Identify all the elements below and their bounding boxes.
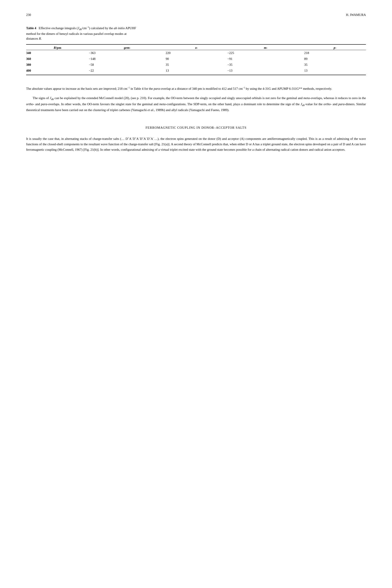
et-al-italic-p2: et al., bbox=[148, 108, 155, 112]
meta-italic2-p2: meta bbox=[159, 102, 166, 106]
col-r-header: R/pm bbox=[26, 45, 89, 50]
ortho-italic-p2: ortho bbox=[26, 102, 33, 106]
table-caption: Table 4 Effective exchange integrals (Ja… bbox=[26, 26, 366, 41]
sup-minus-2: − bbox=[139, 137, 140, 139]
cell-m-380: −35 bbox=[227, 62, 304, 68]
cell-m-340: −225 bbox=[227, 50, 304, 56]
para-italic2-p2: para bbox=[338, 102, 344, 106]
cell-o-340: 220 bbox=[166, 50, 227, 56]
main-text: The absolute values appear to increase a… bbox=[26, 86, 366, 152]
table-row: 400 −22 13 −13 13 bbox=[26, 68, 366, 74]
data-table: R/pm gem- o- m- p- 340 −363 220 −225 218… bbox=[26, 44, 366, 75]
cell-m-400: −13 bbox=[227, 68, 304, 74]
sup-minus-4: − bbox=[153, 137, 154, 139]
sup-plus-1: + bbox=[128, 137, 129, 139]
sup-plus-2: + bbox=[135, 137, 136, 139]
col-o-header: o- bbox=[166, 45, 227, 50]
col-p-header: p- bbox=[304, 45, 366, 50]
cell-o-400: 13 bbox=[166, 68, 227, 74]
table-caption-sub: ab bbox=[79, 28, 82, 31]
table-caption-sup: −1 bbox=[87, 26, 89, 28]
distance-r: R. bbox=[39, 37, 42, 40]
table-label: Table 4 bbox=[26, 26, 36, 30]
table-top-border: R/pm gem- o- m- p- bbox=[26, 45, 366, 50]
cell-r-340: 340 bbox=[26, 50, 89, 56]
sub-ab2-p2: ab bbox=[302, 104, 305, 107]
cell-gem-340: −363 bbox=[89, 50, 166, 56]
cell-o-360: 90 bbox=[166, 56, 227, 62]
table-row: 340 −363 220 −225 218 bbox=[26, 50, 366, 56]
sup-minus-1: − bbox=[132, 137, 133, 139]
ab-initio-text: ab initio bbox=[114, 26, 125, 30]
cell-o-380: 35 bbox=[166, 62, 227, 68]
cell-gem-400: −22 bbox=[89, 68, 166, 74]
para-italic-p1: para bbox=[154, 87, 160, 90]
j-ab-italic2-p2: J bbox=[300, 102, 302, 106]
sup-plus-3: + bbox=[142, 137, 144, 139]
sup-neg1-p1b: −1 bbox=[243, 87, 245, 89]
table-body: 340 −363 220 −225 218 360 −148 90 −91 89… bbox=[26, 50, 366, 74]
cell-m-360: −91 bbox=[227, 56, 304, 62]
ortho-italic2-p2: ortho bbox=[324, 102, 330, 106]
sup-plus-4: + bbox=[150, 137, 151, 139]
sub-ab-p2: ab bbox=[51, 98, 54, 101]
cell-p-400: 13 bbox=[304, 68, 366, 74]
author-name: H. IWAMURA bbox=[346, 13, 366, 17]
sup-minus-3: − bbox=[146, 137, 147, 139]
cell-p-340: 218 bbox=[304, 50, 366, 56]
meta-italic-p2: meta bbox=[304, 96, 310, 100]
cell-gem-380: −58 bbox=[89, 62, 166, 68]
page-number: 230 bbox=[26, 13, 31, 17]
table-caption-j: J bbox=[78, 26, 79, 30]
para-italic-p2: para bbox=[41, 102, 47, 106]
col-m-header: m- bbox=[227, 45, 304, 50]
section-heading: FERROMAGNETIC COUPLING IN DONOR–ACCEPTOR… bbox=[26, 126, 366, 130]
table-row: 360 −148 90 −91 89 bbox=[26, 56, 366, 62]
sup-neg1-p1: −1 bbox=[127, 87, 130, 89]
cell-p-380: 35 bbox=[304, 62, 366, 68]
paragraph-1: The absolute values appear to increase a… bbox=[26, 86, 366, 92]
table-bottom-border bbox=[26, 74, 366, 75]
col-gem-header: gem- bbox=[89, 45, 166, 50]
cell-r-360: 360 bbox=[26, 56, 89, 62]
cell-r-380: 380 bbox=[26, 62, 89, 68]
paragraph-3: It is usually the case that, in alternat… bbox=[26, 136, 366, 152]
table-row: 380 −58 35 −35 35 bbox=[26, 62, 366, 68]
cell-r-400: 400 bbox=[26, 68, 89, 74]
table-section: Table 4 Effective exchange integrals (Ja… bbox=[26, 26, 366, 75]
cell-gem-360: −148 bbox=[89, 56, 166, 62]
cell-p-360: 89 bbox=[304, 56, 366, 62]
paragraph-2: The signs of Jab can be explained by the… bbox=[26, 95, 366, 113]
page-header: 230 H. IWAMURA bbox=[26, 13, 366, 17]
